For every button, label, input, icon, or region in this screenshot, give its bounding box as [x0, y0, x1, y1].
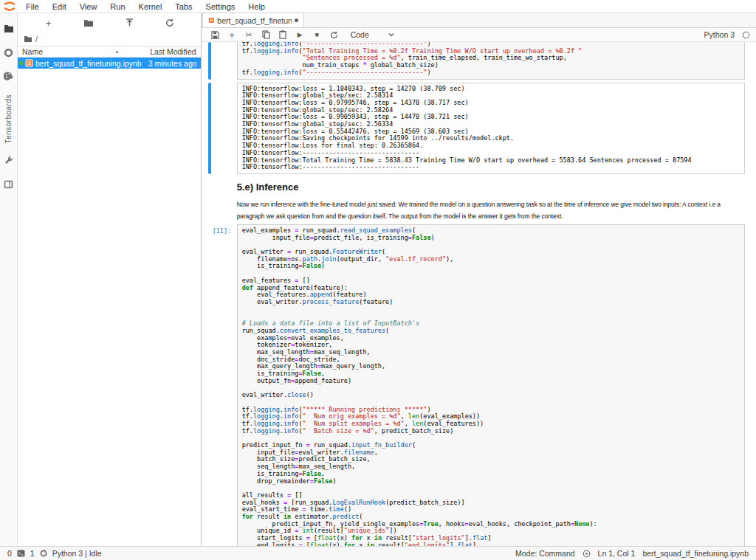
file-list-item[interactable]: bert_squad_tf_finetuning.ipynb 3 minutes… — [18, 58, 201, 69]
kernel-status-icon[interactable] — [742, 31, 750, 39]
output-box: INFO:tensorflow:loss = 1.1040343, step =… — [237, 83, 745, 174]
code-editor[interactable]: tf.logging.info("-----------------------… — [237, 42, 745, 80]
command-palette-icon[interactable] — [0, 66, 17, 86]
save-button[interactable] — [207, 29, 223, 41]
cursor-position[interactable]: Ln 1, Col 1 — [598, 549, 636, 558]
status-filename: bert_squad_tf_finetuning.ipynb — [642, 549, 749, 558]
file-browser-tab-icon[interactable] — [0, 19, 17, 38]
code-editor[interactable]: eval_examples = run_squad.read_squad_exa… — [237, 224, 745, 546]
column-name-label[interactable]: Name — [22, 47, 43, 56]
add-cell-button[interactable]: + — [224, 29, 240, 41]
terminals-count: 0 — [7, 549, 12, 558]
menu-edit[interactable]: Edit — [46, 0, 73, 13]
terminal-icon — [17, 550, 25, 557]
menu-tabs[interactable]: Tabs — [168, 0, 199, 13]
new-launcher-button[interactable]: + — [41, 15, 55, 30]
cell-type-value[interactable]: Code — [351, 30, 369, 39]
cell-prompt: [11]: — [211, 224, 237, 546]
sidebar-tab-tensorboards[interactable]: Tensorboards — [4, 94, 13, 144]
left-sidebar: Tensorboards — [0, 13, 18, 546]
cell-prompt — [211, 83, 237, 174]
kernel-status-label[interactable]: Python 3 | Idle — [52, 549, 102, 558]
jupyter-logo-icon — [0, 1, 19, 11]
jupyterlab-window: FileEditViewRunKernelTabsSettingsHelp Te… — [0, 0, 756, 560]
notebook-content: tf.logging.info("-----------------------… — [202, 42, 756, 546]
cell-output-area: INFO:tensorflow:loss = 1.1040343, step =… — [202, 83, 756, 174]
tab-bar: bert_squad_tf_finetuning.ip — [202, 13, 756, 28]
cut-cells-button[interactable]: ✂ — [241, 29, 257, 41]
menu-items: FileEditViewRunKernelTabsSettingsHelp — [19, 0, 272, 13]
notebook-toolbar: + ✂ ▶ ■ Code Python 3 — [202, 28, 756, 42]
notebook-tab-icon — [208, 16, 215, 24]
property-inspector-icon[interactable] — [0, 151, 17, 170]
chevron-down-icon — [388, 32, 394, 37]
menu-help[interactable]: Help — [241, 0, 272, 13]
unsaved-changes-dot[interactable] — [295, 18, 298, 22]
code-cell: [11]:eval_examples = run_squad.read_squa… — [202, 224, 756, 546]
tab-title[interactable]: bert_squad_tf_finetuning.ip — [217, 16, 291, 25]
menu-settings[interactable]: Settings — [199, 0, 242, 13]
restart-kernel-button[interactable] — [326, 29, 342, 41]
breadcrumb[interactable]: / — [18, 32, 201, 46]
cell-prompt — [211, 177, 237, 223]
sort-asc-icon[interactable]: ▲ — [115, 49, 120, 54]
mode-indicator: Mode: Command — [515, 549, 575, 558]
kernels-count: 1 — [30, 549, 35, 558]
status-bar: 0 1 Python 3 | Idle Mode: Command Ln 1, … — [0, 546, 756, 560]
breadcrumb-root[interactable]: / — [35, 35, 38, 44]
markdown-paragraph: Now we run inference with the fine-tuned… — [237, 198, 745, 223]
file-browser-toolbar: + — [18, 13, 201, 32]
notebook-panel: bert_squad_tf_finetuning.ip + ✂ ▶ ■ — [202, 13, 756, 546]
markdown-cell[interactable]: 5.e) InferenceNow we run inference with … — [202, 177, 756, 223]
cell-type-dropdown[interactable]: Code — [351, 30, 394, 39]
notebook-tab[interactable]: bert_squad_tf_finetuning.ip — [202, 13, 304, 27]
notification-icon[interactable] — [583, 550, 591, 558]
markdown-heading: 5.e) Inference — [237, 182, 745, 193]
code-cell: tf.logging.info("-----------------------… — [202, 42, 756, 80]
menu-bar: FileEditViewRunKernelTabsSettingsHelp — [0, 0, 756, 13]
run-cell-button[interactable]: ▶ — [292, 29, 308, 41]
folder-icon — [24, 35, 32, 43]
kernel-name-label[interactable]: Python 3 — [704, 30, 735, 39]
running-sessions-icon[interactable] — [0, 43, 17, 62]
file-modified: 3 minutes ago — [144, 59, 197, 68]
file-browser-panel: + / Name ▲ Last Modifi — [18, 13, 202, 546]
notebook-file-icon — [25, 59, 33, 67]
interrupt-kernel-button[interactable]: ■ — [309, 29, 325, 41]
open-tabs-icon[interactable] — [0, 175, 17, 194]
upload-button[interactable] — [122, 15, 137, 30]
refresh-button[interactable] — [162, 15, 177, 30]
menu-view[interactable]: View — [73, 0, 104, 13]
column-modified-label[interactable]: Last Modified — [140, 47, 196, 56]
paste-cells-button[interactable] — [275, 29, 291, 41]
file-list-header: Name ▲ Last Modified — [18, 46, 201, 58]
kernel-running-dot — [19, 61, 23, 65]
menu-kernel[interactable]: Kernel — [132, 0, 169, 13]
new-folder-button[interactable] — [81, 15, 96, 30]
cell-prompt — [211, 42, 237, 80]
kernel-sessions-icon — [40, 550, 47, 557]
copy-cells-button[interactable] — [258, 29, 274, 41]
file-name: bert_squad_tf_finetuning.ipynb — [35, 59, 142, 68]
menu-run[interactable]: Run — [103, 0, 131, 13]
menu-file[interactable]: File — [19, 0, 46, 13]
